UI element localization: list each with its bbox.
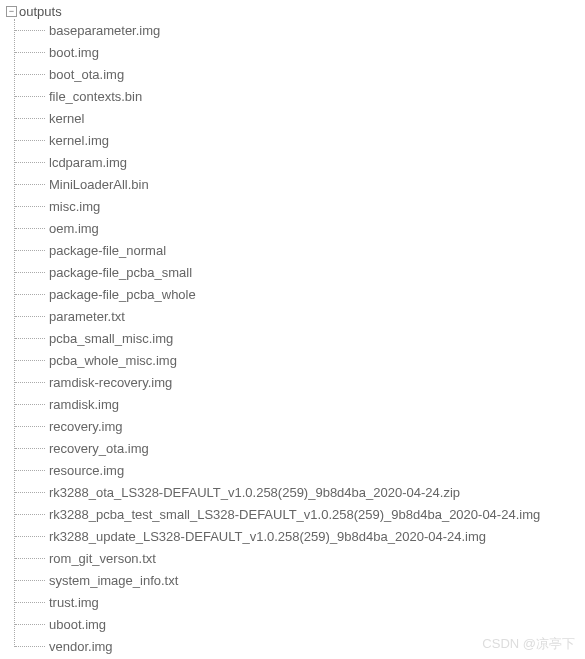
file-label: MiniLoaderAll.bin xyxy=(49,177,149,192)
tree-item[interactable]: baseparameter.img xyxy=(15,19,581,41)
tree-item[interactable]: boot_ota.img xyxy=(15,63,581,85)
file-label: ramdisk.img xyxy=(49,397,119,412)
tree-item[interactable]: rk3288_update_LS328-DEFAULT_v1.0.258(259… xyxy=(15,525,581,547)
file-label: package-file_pcba_whole xyxy=(49,287,196,302)
tree-item[interactable]: boot.img xyxy=(15,41,581,63)
file-label: file_contexts.bin xyxy=(49,89,142,104)
tree-item[interactable]: recovery_ota.img xyxy=(15,437,581,459)
file-label: pcba_small_misc.img xyxy=(49,331,173,346)
tree-item[interactable]: misc.img xyxy=(15,195,581,217)
tree-item[interactable]: uboot.img xyxy=(15,613,581,635)
tree-item[interactable]: kernel xyxy=(15,107,581,129)
file-label: recovery_ota.img xyxy=(49,441,149,456)
file-label: recovery.img xyxy=(49,419,122,434)
file-label: boot_ota.img xyxy=(49,67,124,82)
file-label: rk3288_ota_LS328-DEFAULT_v1.0.258(259)_9… xyxy=(49,485,460,500)
file-label: vendor.img xyxy=(49,639,113,654)
tree-root-node[interactable]: − outputs xyxy=(6,4,581,19)
file-label: misc.img xyxy=(49,199,100,214)
file-label: trust.img xyxy=(49,595,99,610)
file-label: rk3288_update_LS328-DEFAULT_v1.0.258(259… xyxy=(49,529,486,544)
file-label: boot.img xyxy=(49,45,99,60)
tree-item[interactable]: parameter.txt xyxy=(15,305,581,327)
file-label: rom_git_verson.txt xyxy=(49,551,156,566)
file-label: kernel xyxy=(49,111,84,126)
tree-item[interactable]: kernel.img xyxy=(15,129,581,151)
file-label: system_image_info.txt xyxy=(49,573,178,588)
file-label: rk3288_pcba_test_small_LS328-DEFAULT_v1.… xyxy=(49,507,540,522)
tree-item[interactable]: rk3288_pcba_test_small_LS328-DEFAULT_v1.… xyxy=(15,503,581,525)
root-folder-label: outputs xyxy=(19,4,62,19)
tree-item[interactable]: package-file_pcba_whole xyxy=(15,283,581,305)
file-label: baseparameter.img xyxy=(49,23,160,38)
file-label: kernel.img xyxy=(49,133,109,148)
tree-item[interactable]: rk3288_ota_LS328-DEFAULT_v1.0.258(259)_9… xyxy=(15,481,581,503)
file-label: lcdparam.img xyxy=(49,155,127,170)
tree-item[interactable]: ramdisk.img xyxy=(15,393,581,415)
tree-item[interactable]: package-file_pcba_small xyxy=(15,261,581,283)
tree-item[interactable]: trust.img xyxy=(15,591,581,613)
tree-item[interactable]: pcba_whole_misc.img xyxy=(15,349,581,371)
tree-item[interactable]: rom_git_verson.txt xyxy=(15,547,581,569)
tree-root: − outputs baseparameter.img boot.img boo… xyxy=(4,4,581,657)
tree-item[interactable]: recovery.img xyxy=(15,415,581,437)
tree-item[interactable]: pcba_small_misc.img xyxy=(15,327,581,349)
tree-item[interactable]: package-file_normal xyxy=(15,239,581,261)
file-label: ramdisk-recovery.img xyxy=(49,375,172,390)
file-label: parameter.txt xyxy=(49,309,125,324)
file-label: package-file_normal xyxy=(49,243,166,258)
file-label: pcba_whole_misc.img xyxy=(49,353,177,368)
tree-item[interactable]: lcdparam.img xyxy=(15,151,581,173)
file-label: uboot.img xyxy=(49,617,106,632)
file-label: resource.img xyxy=(49,463,124,478)
tree-item[interactable]: MiniLoaderAll.bin xyxy=(15,173,581,195)
tree-item[interactable]: system_image_info.txt xyxy=(15,569,581,591)
tree-item[interactable]: oem.img xyxy=(15,217,581,239)
tree-item[interactable]: file_contexts.bin xyxy=(15,85,581,107)
tree-children: baseparameter.img boot.img boot_ota.img … xyxy=(14,19,581,657)
file-label: oem.img xyxy=(49,221,99,236)
tree-item[interactable]: vendor.img xyxy=(15,635,581,657)
tree-item[interactable]: resource.img xyxy=(15,459,581,481)
collapse-icon[interactable]: − xyxy=(6,6,17,17)
tree-item[interactable]: ramdisk-recovery.img xyxy=(15,371,581,393)
file-label: package-file_pcba_small xyxy=(49,265,192,280)
